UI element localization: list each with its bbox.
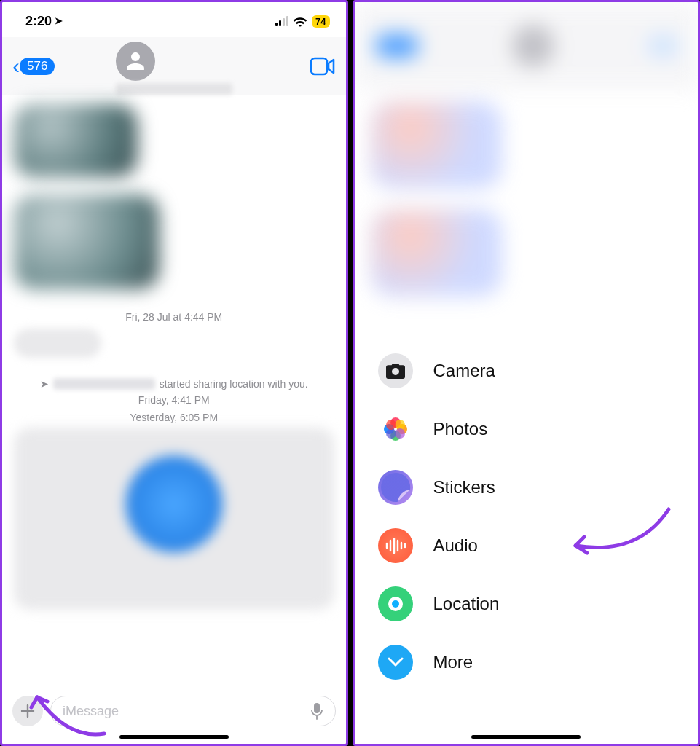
conversation-header: ‹ 576	[2, 37, 346, 95]
message-attachment-card[interactable]	[14, 428, 334, 610]
chevron-left-icon: ‹	[12, 55, 20, 77]
attachments-plus-button[interactable]	[12, 696, 43, 726]
imessage-conversation-screen: 2:20 ➤ 74 ‹ 576 Fri, 28 Jul at 4:44 PM	[0, 0, 348, 746]
stickers-icon	[378, 470, 413, 505]
location-icon	[378, 586, 413, 621]
dictation-mic-icon[interactable]	[310, 702, 323, 720]
menu-label: Photos	[433, 419, 488, 439]
location-services-icon: ➤	[55, 15, 63, 26]
location-share-notice: ➤ started sharing location with you.	[14, 378, 334, 390]
date-separator: Fri, 28 Jul at 4:44 PM	[14, 311, 334, 323]
svg-rect-0	[311, 58, 327, 74]
message-bubble[interactable]	[14, 329, 101, 358]
message-bubble[interactable]	[14, 104, 138, 177]
home-indicator[interactable]	[471, 735, 581, 739]
status-bar: 2:20 ➤ 74	[2, 2, 346, 37]
menu-label: Stickers	[433, 477, 495, 498]
camera-icon	[378, 353, 413, 388]
photos-icon	[378, 412, 413, 447]
time-label: Friday, 4:41 PM	[14, 394, 334, 406]
attachments-menu: Camera Photos Stickers	[372, 342, 681, 691]
menu-item-location[interactable]: Location	[372, 575, 681, 633]
menu-item-stickers[interactable]: Stickers	[372, 458, 681, 517]
menu-item-more[interactable]: More	[372, 633, 681, 691]
menu-label: Audio	[433, 535, 478, 556]
message-input[interactable]: iMessage	[50, 696, 336, 726]
battery-badge: 74	[312, 15, 329, 28]
imessage-attachments-menu-screen: Camera Photos Stickers	[353, 0, 701, 746]
input-placeholder: iMessage	[63, 704, 119, 719]
menu-label: More	[433, 652, 473, 672]
svg-point-9	[386, 428, 396, 439]
svg-rect-1	[314, 703, 320, 713]
contact-avatar[interactable]	[116, 42, 232, 95]
status-time: 2:20	[25, 14, 52, 29]
message-bubble[interactable]	[14, 195, 160, 289]
back-button[interactable]: ‹ 576	[12, 55, 55, 77]
chevron-down-icon	[378, 645, 413, 680]
svg-point-2	[392, 368, 399, 375]
svg-point-8	[395, 428, 405, 439]
date-separator: Yesterday, 6:05 PM	[14, 412, 334, 423]
menu-item-audio[interactable]: Audio	[372, 517, 681, 575]
audio-waveform-icon	[378, 528, 413, 563]
wifi-icon	[293, 16, 307, 27]
location-arrow-icon: ➤	[40, 378, 49, 390]
facetime-button[interactable]	[310, 57, 336, 76]
home-indicator[interactable]	[119, 735, 229, 739]
compose-bar: iMessage	[12, 696, 336, 726]
svg-point-10	[386, 420, 396, 430]
avatar-placeholder-icon	[116, 42, 155, 81]
messages-scroll[interactable]: Fri, 28 Jul at 4:44 PM ➤ started sharing…	[2, 95, 346, 610]
menu-label: Location	[433, 594, 500, 614]
menu-item-camera[interactable]: Camera	[372, 342, 681, 400]
menu-item-photos[interactable]: Photos	[372, 400, 681, 458]
svg-point-18	[392, 600, 399, 608]
svg-point-7	[395, 420, 405, 430]
menu-label: Camera	[433, 361, 495, 381]
cellular-signal-icon	[275, 16, 288, 26]
unread-count-badge: 576	[20, 58, 55, 75]
